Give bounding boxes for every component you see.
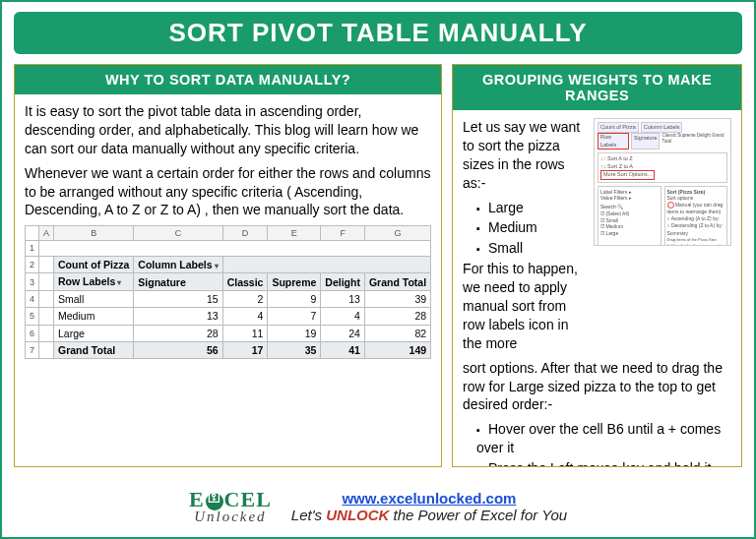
pivot-title: Count of Pizza (54, 256, 134, 273)
right-intro: Let us say we want to sort the pizza siz… (463, 118, 588, 193)
size-small: Small (476, 239, 588, 258)
table-row: 5 Medium 13 4 7 4 28 (26, 308, 431, 325)
excel-col-f: F (321, 226, 365, 241)
excel-col-d: D (222, 226, 268, 241)
excel-col-e: E (268, 226, 321, 241)
logo-subtitle: Unlocked (189, 510, 272, 523)
row-small-label: Small (54, 291, 134, 308)
logo: ECEL Unlocked (189, 491, 272, 523)
pivot-table: A B C D E F G 1 2 Count of Pizza Column … (25, 225, 431, 359)
mini-manual-radio-icon (667, 202, 674, 209)
col-supreme: Supreme (268, 273, 321, 291)
left-panel: WHY TO SORT DATA MANUALLY? It is easy to… (14, 64, 442, 467)
steps-list: Hover over the cell B6 until a + comes o… (463, 420, 731, 466)
excel-col-a: A (39, 226, 54, 241)
mini-filter-pane: Label Filters ▸ Value Filters ▸ Search 🔍… (598, 186, 662, 246)
mini-signature: Signature (631, 133, 661, 150)
footer: ECEL Unlocked www.excelunlocked.com Let'… (14, 477, 742, 536)
row-large-label: Large (54, 325, 134, 341)
table-row: 4 Small 15 2 9 13 39 (26, 291, 431, 308)
mini-more-sort-options: More Sort Options... (600, 170, 655, 179)
col-classic: Classic (222, 273, 268, 291)
excel-col-g: G (364, 226, 430, 241)
mini-cols-rest: Classic Supreme Delight Grand Total (662, 133, 727, 150)
row-medium-label: Medium (54, 308, 134, 325)
tagline: Let's UNLOCK the Power of Excel for You (291, 507, 567, 523)
size-large: Large (476, 199, 588, 217)
col-signature: Signature (134, 273, 222, 291)
right-panel-body: Let us say we want to sort the pizza siz… (453, 110, 741, 466)
mini-count-label: Count of Pizza (598, 122, 639, 133)
row-labels-dropdown[interactable]: Row Labels (54, 273, 134, 291)
excel-col-c: C (134, 226, 222, 241)
col-grand-total: Grand Total (364, 273, 430, 291)
excel-col-b: B (54, 226, 134, 241)
right-after-sizes: sort options. After that we need to drag… (463, 359, 731, 415)
table-row: 6 Large 28 11 19 24 82 (26, 325, 431, 341)
mini-sort-dialog: Sort (Pizza Size) Sort options Manual (y… (664, 186, 728, 246)
sort-dialog-screenshot: Count of Pizza Column Labels Row Labels … (594, 118, 731, 246)
grand-total-label: Grand Total (54, 341, 134, 358)
left-para-1: It is easy to sort the pivot table data … (25, 102, 431, 158)
left-panel-header: WHY TO SORT DATA MANUALLY? (15, 65, 441, 94)
mini-row-labels-dropdown: Row Labels (598, 133, 629, 150)
page-title: SORT PIVOT TABLE MANUALLY (14, 12, 742, 54)
left-para-2: Whenever we want a certain order for eit… (25, 164, 431, 220)
right-panel-header: GROUPING WEIGHTS TO MAKE RANGES (453, 65, 741, 110)
size-medium: Medium (476, 218, 588, 237)
step-2: Press the Left mouse key and hold it unt… (476, 459, 731, 466)
step-1: Hover over the cell B6 until a + comes o… (476, 420, 731, 457)
size-list: Large Medium Small (463, 199, 588, 259)
column-labels-dropdown[interactable]: Column Labels (134, 256, 222, 273)
website-link[interactable]: www.excelunlocked.com (342, 490, 516, 507)
right-panel: GROUPING WEIGHTS TO MAKE RANGES Let us s… (452, 64, 742, 467)
col-delight: Delight (321, 273, 365, 291)
pivot-table-screenshot: A B C D E F G 1 2 Count of Pizza Column … (25, 225, 431, 359)
left-panel-body: It is easy to sort the pivot table data … (15, 94, 441, 466)
mini-col-labels: Column Labels (641, 122, 683, 133)
content-columns: WHY TO SORT DATA MANUALLY? It is easy to… (14, 64, 742, 467)
key-icon (206, 493, 223, 510)
right-after-sizes-partial: For this to happen, we need to apply man… (463, 260, 588, 352)
table-row-grand-total: 7 Grand Total 56 17 35 41 149 (26, 341, 431, 358)
